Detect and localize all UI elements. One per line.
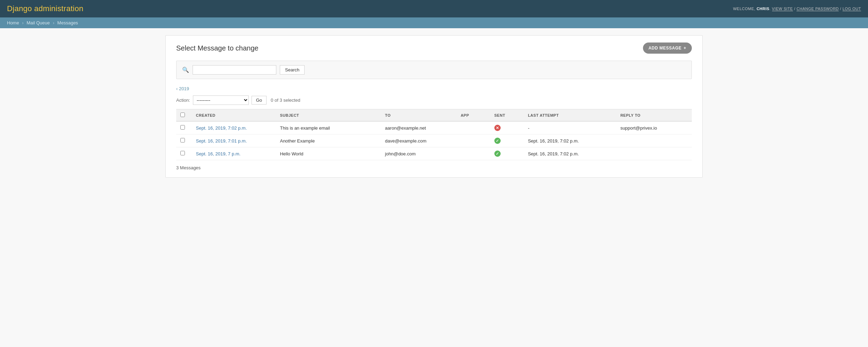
col-header-to[interactable]: TO	[381, 109, 457, 122]
row-reply-to	[616, 147, 692, 160]
row-to: aaron@example.net	[381, 121, 457, 134]
row-to: dave@example.com	[381, 134, 457, 147]
col-header-sent[interactable]: SENT	[490, 109, 524, 122]
row-app	[456, 121, 490, 134]
row-created-link[interactable]: Sept. 16, 2019, 7:01 p.m.	[196, 138, 247, 144]
search-icon: 🔍	[182, 67, 189, 73]
col-header-created[interactable]: CREATED	[192, 109, 276, 122]
row-subject: Hello World	[276, 147, 381, 160]
row-sent: ✕	[490, 121, 524, 134]
messages-table: CREATED SUBJECT TO APP SENT LAST ATTEMPT…	[176, 109, 692, 160]
action-label: Action:	[176, 98, 190, 103]
change-password-link[interactable]: CHANGE PASSWORD	[796, 7, 839, 11]
site-title: Django administration	[7, 4, 83, 13]
search-button[interactable]: Search	[280, 65, 305, 75]
row-app	[456, 147, 490, 160]
col-header-subject[interactable]: SUBJECT	[276, 109, 381, 122]
row-checkbox-cell	[176, 147, 192, 160]
sent-check-icon: ✓	[494, 138, 501, 144]
breadcrumb-sep-1: ›	[22, 20, 23, 25]
col-select-all	[176, 109, 192, 122]
row-last-attempt: -	[524, 121, 616, 134]
select-all-checkbox[interactable]	[180, 113, 185, 117]
col-header-app[interactable]: APP	[456, 109, 490, 122]
breadcrumb: Home › Mail Queue › Messages	[0, 17, 868, 28]
action-bar: Action: --------- Go 0 of 3 selected	[176, 95, 692, 105]
row-sent: ✓	[490, 147, 524, 160]
breadcrumb-sep-2: ›	[53, 20, 54, 25]
page-title: Select Message to change	[176, 44, 259, 52]
row-checkbox-cell	[176, 134, 192, 147]
year-nav[interactable]: ‹ 2019	[176, 86, 692, 91]
sent-x-icon: ✕	[494, 125, 501, 131]
col-header-last-attempt[interactable]: LAST ATTEMPT	[524, 109, 616, 122]
breadcrumb-current: Messages	[57, 20, 78, 25]
search-input[interactable]	[193, 65, 276, 75]
action-select[interactable]: ---------	[193, 95, 249, 105]
sent-check-icon: ✓	[494, 151, 501, 157]
table-body: Sept. 16, 2019, 7:02 p.m.This is an exam…	[176, 121, 692, 160]
welcome-text: WELCOME,	[733, 7, 756, 11]
row-created: Sept. 16, 2019, 7:01 p.m.	[192, 134, 276, 147]
table-row: Sept. 16, 2019, 7:02 p.m.This is an exam…	[176, 121, 692, 134]
row-created-link[interactable]: Sept. 16, 2019, 7:02 p.m.	[196, 125, 247, 131]
row-subject: This is an example email	[276, 121, 381, 134]
row-to: john@doe.com	[381, 147, 457, 160]
row-created: Sept. 16, 2019, 7:02 p.m.	[192, 121, 276, 134]
col-header-reply-to[interactable]: REPLY TO	[616, 109, 692, 122]
table-header-row: CREATED SUBJECT TO APP SENT LAST ATTEMPT…	[176, 109, 692, 122]
table-row: Sept. 16, 2019, 7 p.m.Hello Worldjohn@do…	[176, 147, 692, 160]
add-button-label: ADD MESSAGE	[649, 46, 682, 51]
content-main: Select Message to change ADD MESSAGE + 🔍…	[165, 35, 703, 178]
row-last-attempt: Sept. 16, 2019, 7:02 p.m.	[524, 147, 616, 160]
row-checkbox[interactable]	[180, 138, 185, 142]
username: CHRIS	[757, 7, 770, 11]
search-bar: 🔍 Search	[176, 61, 692, 79]
row-reply-to	[616, 134, 692, 147]
breadcrumb-home[interactable]: Home	[7, 20, 19, 25]
row-created-link[interactable]: Sept. 16, 2019, 7 p.m.	[196, 151, 241, 156]
row-checkbox[interactable]	[180, 151, 185, 155]
row-checkbox-cell	[176, 121, 192, 134]
add-icon: +	[683, 46, 686, 51]
breadcrumb-mail-queue[interactable]: Mail Queue	[27, 20, 50, 25]
row-last-attempt: Sept. 16, 2019, 7:02 p.m.	[524, 134, 616, 147]
user-tools: WELCOME, CHRIS. VIEW SITE / CHANGE PASSW…	[733, 7, 861, 11]
result-count: 3 Messages	[176, 165, 692, 170]
table-header: CREATED SUBJECT TO APP SENT LAST ATTEMPT…	[176, 109, 692, 122]
row-reply-to: support@privex.io	[616, 121, 692, 134]
view-site-link[interactable]: VIEW SITE	[772, 7, 793, 11]
page-title-row: Select Message to change ADD MESSAGE +	[176, 43, 692, 54]
row-subject: Another Example	[276, 134, 381, 147]
row-app	[456, 134, 490, 147]
selected-count: 0 of 3 selected	[271, 98, 300, 103]
row-sent: ✓	[490, 134, 524, 147]
header: Django administration WELCOME, CHRIS. VI…	[0, 0, 868, 17]
log-out-link[interactable]: LOG OUT	[843, 7, 861, 11]
table-row: Sept. 16, 2019, 7:01 p.m.Another Example…	[176, 134, 692, 147]
row-checkbox[interactable]	[180, 125, 185, 130]
go-button[interactable]: Go	[252, 96, 267, 105]
add-message-button[interactable]: ADD MESSAGE +	[643, 43, 692, 54]
row-created: Sept. 16, 2019, 7 p.m.	[192, 147, 276, 160]
